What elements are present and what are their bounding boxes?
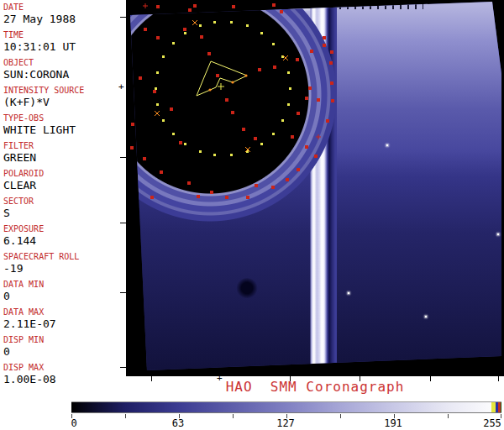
axis-tick-left bbox=[120, 367, 126, 368]
field-label: POLAROID bbox=[3, 168, 124, 179]
field-value: SUN:CORONA bbox=[3, 68, 124, 81]
colorbar-tick bbox=[448, 414, 449, 418]
field-label: TYPE-OBS bbox=[3, 113, 124, 123]
vector-overlay bbox=[126, 0, 504, 376]
sidebar-field: DATA MIN0 bbox=[3, 279, 124, 307]
field-label: TIME bbox=[3, 29, 124, 40]
colorbar-tick bbox=[340, 414, 341, 418]
field-value: (K+F)*V bbox=[3, 96, 124, 109]
field-value: WHITE LIGHT bbox=[3, 123, 124, 137]
field-value: 6.144 bbox=[3, 234, 124, 248]
colorbar-stripe bbox=[501, 402, 501, 412]
field-label: DATA MIN bbox=[3, 279, 124, 290]
colorbar-label: 255 bbox=[483, 417, 501, 429]
axis-tick-left bbox=[120, 292, 126, 293]
field-value: -19 bbox=[3, 262, 124, 275]
image-title: HAO SMM Coronagraph bbox=[126, 379, 504, 395]
coronagraph-viewer-window: DATE27 May 1988TIME10:31:01 UTOBJECTSUN:… bbox=[0, 0, 504, 430]
x-marker bbox=[155, 111, 160, 116]
colorbar-tick bbox=[125, 414, 126, 418]
x-marker bbox=[245, 147, 250, 152]
field-value: S bbox=[3, 207, 124, 220]
sidebar-field: POLAROIDCLEAR bbox=[3, 168, 124, 196]
field-value: 27 May 1988 bbox=[3, 13, 124, 26]
sidebar-field: EXPOSURE6.144 bbox=[3, 223, 124, 251]
axis-tick-left bbox=[120, 157, 126, 158]
field-value: 10:31:01 UT bbox=[3, 40, 124, 54]
colorbar-label: 127 bbox=[276, 417, 295, 429]
field-value: 1.00E-08 bbox=[3, 373, 124, 386]
sidebar-field: INTENSITY SOURCE(K+F)*V bbox=[3, 85, 124, 113]
plus-marker bbox=[143, 3, 148, 8]
colorbar-label: 0 bbox=[71, 417, 76, 429]
x-marker bbox=[283, 55, 288, 60]
sidebar-field: DATA MAX2.11E-07 bbox=[3, 307, 124, 334]
sun-center-cross bbox=[218, 83, 224, 90]
axis-tick-left bbox=[120, 17, 126, 18]
colorbar-label: 63 bbox=[172, 417, 184, 429]
colorbar bbox=[71, 401, 501, 413]
polygon-accent bbox=[231, 81, 234, 83]
sidebar-field: TIME10:31:01 UT bbox=[3, 29, 124, 57]
colorbar-label: 191 bbox=[384, 417, 402, 429]
field-value: 0 bbox=[3, 345, 124, 359]
sidebar-field: SPACECRAFT ROLL-19 bbox=[3, 251, 124, 279]
sidebar-field: DISP MIN0 bbox=[3, 334, 124, 362]
field-label: INTENSITY SOURCE bbox=[3, 85, 124, 96]
sun-center-tick-left: + bbox=[118, 82, 124, 92]
plus-marker bbox=[316, 134, 321, 139]
field-label: SECTOR bbox=[3, 196, 124, 207]
field-value: CLEAR bbox=[3, 179, 124, 192]
field-label: EXPOSURE bbox=[3, 223, 124, 234]
polygon-accent bbox=[244, 74, 247, 76]
axis-tick-left bbox=[120, 223, 126, 223]
sidebar-field: SECTORS bbox=[3, 196, 124, 223]
field-value: GREEN bbox=[3, 151, 124, 165]
metadata-sidebar: DATE27 May 1988TIME10:31:01 UTOBJECTSUN:… bbox=[0, 0, 126, 382]
field-value: 0 bbox=[3, 290, 124, 303]
x-marker bbox=[192, 20, 197, 25]
field-label: DISP MAX bbox=[3, 362, 124, 373]
field-label: OBJECT bbox=[3, 57, 124, 68]
sidebar-field: DATE27 May 1988 bbox=[3, 2, 124, 29]
sidebar-field: OBJECTSUN:CORONA bbox=[3, 57, 124, 85]
coronagraph-image-area bbox=[126, 0, 504, 376]
field-label: DISP MIN bbox=[3, 334, 124, 345]
field-value: 2.11E-07 bbox=[3, 317, 124, 331]
field-label: FILTER bbox=[3, 140, 124, 151]
sidebar-field: DISP MAX1.00E-08 bbox=[3, 362, 124, 390]
sidebar-field: FILTERGREEN bbox=[3, 140, 124, 168]
field-label: SPACECRAFT ROLL bbox=[3, 251, 124, 262]
field-label: DATA MAX bbox=[3, 307, 124, 317]
calibration-polygon bbox=[197, 61, 247, 96]
field-label: DATE bbox=[3, 2, 124, 13]
polygon-accent bbox=[208, 88, 211, 91]
colorbar-tick bbox=[233, 414, 234, 418]
sidebar-field: TYPE-OBSWHITE LIGHT bbox=[3, 113, 124, 140]
